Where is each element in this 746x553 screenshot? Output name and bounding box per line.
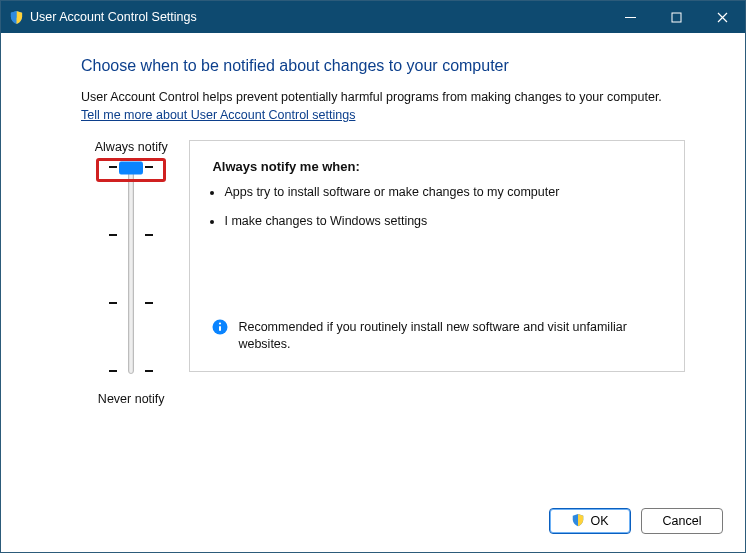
slider-thumb[interactable] [119, 161, 143, 174]
close-button[interactable] [699, 1, 745, 33]
svg-rect-3 [219, 326, 221, 331]
slider-tick [145, 166, 153, 168]
recommendation-text: Recommended if you routinely install new… [238, 319, 662, 353]
slider-tick [145, 234, 153, 236]
slider-column: Always notify Never notify [81, 140, 181, 406]
svg-rect-0 [625, 17, 636, 18]
help-link[interactable]: Tell me more about User Account Control … [81, 108, 355, 122]
titlebar: User Account Control Settings [1, 1, 745, 33]
slider-tick [109, 302, 117, 304]
body-area: Choose when to be notified about changes… [1, 33, 745, 508]
cancel-button[interactable]: Cancel [641, 508, 723, 534]
footer-buttons: OK Cancel [1, 508, 745, 552]
slider-top-label: Always notify [95, 140, 168, 154]
slider-tick [109, 166, 117, 168]
shield-icon [9, 10, 24, 25]
page-title: Choose when to be notified about changes… [81, 57, 685, 75]
slider-tick [145, 370, 153, 372]
slider-tick [145, 302, 153, 304]
caption-buttons [607, 1, 745, 33]
svg-point-4 [219, 323, 221, 325]
details-bullets: Apps try to install software or make cha… [224, 184, 662, 242]
page-description: User Account Control helps prevent poten… [81, 89, 685, 106]
maximize-button[interactable] [653, 1, 699, 33]
minimize-button[interactable] [607, 1, 653, 33]
cancel-button-label: Cancel [663, 514, 702, 528]
recommendation-row: Recommended if you routinely install new… [212, 319, 662, 353]
shield-icon [571, 513, 585, 530]
slider-tick [109, 370, 117, 372]
details-heading: Always notify me when: [212, 159, 662, 174]
window-title: User Account Control Settings [30, 10, 197, 24]
content-row: Always notify Never notify [81, 140, 685, 406]
notification-level-slider[interactable] [101, 164, 161, 374]
slider-tick [109, 234, 117, 236]
info-icon [212, 319, 228, 335]
uac-settings-window: User Account Control Settings Choose whe… [0, 0, 746, 553]
svg-rect-1 [672, 13, 681, 22]
slider-track [128, 164, 134, 374]
ok-button-label: OK [590, 514, 608, 528]
details-bullet: I make changes to Windows settings [224, 213, 662, 230]
details-panel: Always notify me when: Apps try to insta… [189, 140, 685, 372]
ok-button[interactable]: OK [549, 508, 631, 534]
details-bullet: Apps try to install software or make cha… [224, 184, 662, 201]
slider-bottom-label: Never notify [98, 392, 165, 406]
